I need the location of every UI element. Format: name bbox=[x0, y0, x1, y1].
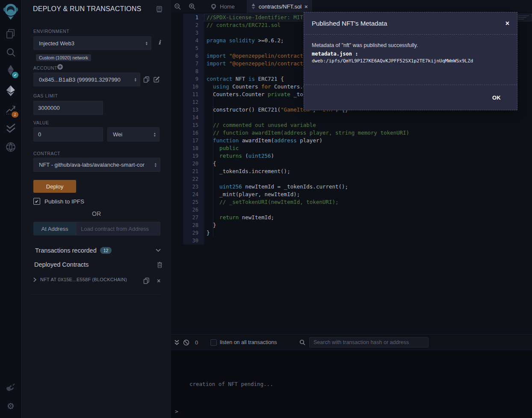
code-line[interactable]: // _setTokenURI(newItemId, tokenURI); bbox=[207, 198, 532, 206]
terminal-log-line: creation of NFT pending... bbox=[189, 381, 273, 387]
transactions-count-badge: 12 bbox=[100, 247, 112, 254]
tab-home[interactable]: Home bbox=[206, 0, 239, 13]
code-line[interactable]: _mint(player, newItemId); bbox=[207, 191, 532, 198]
at-address-button[interactable]: At Address bbox=[33, 222, 76, 235]
collapse-terminal-icon[interactable] bbox=[174, 335, 179, 350]
settings-gear-icon[interactable]: ⚙ bbox=[0, 401, 21, 411]
line-number: 3 bbox=[183, 29, 204, 37]
tab-contracts-nft-sol[interactable]: contracts/NFT.sol × bbox=[247, 0, 312, 13]
line-number: 19 bbox=[183, 152, 204, 160]
deploy-button[interactable]: Deploy bbox=[33, 180, 76, 193]
deploy-run-icon[interactable] bbox=[0, 85, 21, 97]
close-tab-icon[interactable]: × bbox=[304, 3, 308, 10]
transactions-recorded-label: Transactions recorded bbox=[35, 247, 97, 254]
code-line[interactable]: { bbox=[207, 160, 532, 168]
terminal-region: 0 listen on all transactions creation of… bbox=[171, 334, 532, 418]
documentation-book-icon[interactable] bbox=[156, 6, 163, 13]
line-number-gutter: 1234567891011121314151617181920212223242… bbox=[183, 14, 204, 244]
zoom-in-icon[interactable] bbox=[186, 0, 198, 13]
publish-ipfs-label: Publish to IPFS bbox=[44, 198, 84, 205]
add-account-icon[interactable] bbox=[57, 64, 63, 70]
line-number: 23 bbox=[183, 183, 204, 191]
code-line[interactable]: // function awardItem(address player, st… bbox=[207, 129, 532, 137]
code-line[interactable]: return newItemId; bbox=[207, 214, 532, 221]
terminal-search-wrap bbox=[309, 337, 429, 347]
pending-count: 0 bbox=[195, 335, 198, 350]
modal-body: Metadata of "nft" was published successf… bbox=[304, 35, 517, 85]
line-number: 26 bbox=[183, 206, 204, 214]
deployed-contract-item[interactable]: NFT AT 0X15E...E558F (BLOCKCHAIN) bbox=[33, 277, 127, 282]
clear-console-icon[interactable] bbox=[183, 335, 189, 350]
value-unit-select[interactable]: Wei ▲▼ bbox=[107, 127, 160, 141]
code-line[interactable]: _tokenIds.increment(); bbox=[207, 168, 532, 175]
solidity-compiler-icon[interactable]: ✔ bbox=[0, 64, 21, 79]
select-arrows-icon: ▲▼ bbox=[154, 132, 156, 137]
line-number: 22 bbox=[183, 175, 204, 183]
panel-divider bbox=[29, 294, 160, 294]
search-icon[interactable] bbox=[0, 47, 21, 58]
code-line[interactable]: } bbox=[207, 229, 532, 237]
at-address-input[interactable] bbox=[77, 226, 160, 232]
modal-title: Published NFT's Metadata bbox=[312, 20, 505, 27]
code-line[interactable] bbox=[207, 175, 532, 183]
edit-account-icon[interactable] bbox=[153, 76, 160, 83]
line-number: 12 bbox=[183, 98, 204, 106]
trash-icon[interactable] bbox=[157, 262, 163, 268]
solidity-file-icon bbox=[251, 3, 256, 10]
line-number: 25 bbox=[183, 198, 204, 206]
modal-ipfs-url: dweb:/ipfs/QmYL9P1Z7KE6AQvKJPFF52SX1p2TE… bbox=[312, 58, 509, 64]
line-number: 6 bbox=[183, 52, 204, 60]
line-number: 16 bbox=[183, 129, 204, 137]
code-line[interactable] bbox=[207, 114, 532, 121]
globe-plugin-icon[interactable] bbox=[0, 141, 21, 153]
code-line[interactable]: public bbox=[207, 144, 532, 152]
copy-contract-icon[interactable] bbox=[143, 277, 150, 284]
code-line[interactable]: // commented out unused variable bbox=[207, 121, 532, 129]
remix-logo[interactable] bbox=[0, 2, 21, 21]
deploy-run-panel: DEPLOY & RUN TRANSACTIONS ENVIRONMENT In… bbox=[22, 0, 171, 418]
gas-limit-input-wrap bbox=[33, 101, 103, 115]
gas-limit-label: GAS LIMIT bbox=[33, 93, 58, 98]
modal-footer: OK bbox=[304, 85, 517, 110]
unit-testing-icon[interactable] bbox=[0, 123, 21, 134]
zoom-out-icon[interactable] bbox=[171, 0, 184, 13]
line-number: 7 bbox=[183, 60, 204, 68]
remove-contract-icon[interactable]: × bbox=[157, 277, 160, 284]
line-number: 9 bbox=[183, 75, 204, 83]
terminal-prompt[interactable]: > bbox=[175, 408, 178, 415]
line-number: 2 bbox=[183, 21, 204, 29]
transactions-recorded-row[interactable]: Transactions recorded 12 bbox=[35, 247, 159, 254]
plugin-manager-icon[interactable] bbox=[0, 383, 21, 393]
value-input[interactable] bbox=[34, 131, 103, 138]
environment-label: ENVIRONMENT bbox=[33, 29, 69, 34]
line-number: 17 bbox=[183, 137, 204, 144]
analytics-plugin-icon[interactable]: 1 bbox=[0, 104, 21, 115]
gas-limit-input[interactable] bbox=[34, 105, 103, 111]
icon-rail: ✔ 1 bbox=[0, 0, 22, 418]
publish-ipfs-checkbox[interactable]: ✔ bbox=[33, 198, 40, 205]
code-line[interactable]: function awardItem(address player) bbox=[207, 137, 532, 144]
copy-account-icon[interactable] bbox=[143, 76, 150, 83]
code-line[interactable] bbox=[207, 237, 532, 244]
environment-select[interactable]: Injected Web3 ▲▼ bbox=[33, 36, 151, 50]
contract-select[interactable]: NFT - github/ava-labs/avalanche-smart-co… bbox=[33, 158, 160, 172]
code-line[interactable]: uint256 newItemId = _tokenIds.current(); bbox=[207, 183, 532, 191]
file-explorer-icon[interactable] bbox=[0, 28, 21, 39]
line-number: 11 bbox=[183, 91, 204, 98]
account-select[interactable]: 0x845...B1aB3 (999991.3297990 ▲▼ bbox=[33, 73, 140, 86]
listen-transactions-checkbox[interactable] bbox=[210, 335, 217, 350]
modal-close-icon[interactable]: × bbox=[505, 20, 509, 27]
line-number: 27 bbox=[183, 214, 204, 221]
modal-ok-button[interactable]: OK bbox=[490, 94, 503, 101]
code-line[interactable] bbox=[207, 206, 532, 214]
modal-filename: metadata.json : bbox=[312, 51, 509, 57]
code-line[interactable]: } bbox=[207, 221, 532, 229]
minimap[interactable] bbox=[518, 15, 531, 21]
terminal-search-input[interactable] bbox=[310, 339, 428, 345]
select-arrows-icon: ▲▼ bbox=[154, 162, 157, 167]
code-line[interactable]: returns (uint256) bbox=[207, 152, 532, 160]
environment-info-icon[interactable]: i bbox=[157, 39, 162, 46]
account-label: ACCOUNT bbox=[33, 65, 57, 71]
select-arrows-icon: ▲▼ bbox=[134, 77, 137, 82]
chevron-down-icon[interactable] bbox=[156, 249, 161, 252]
